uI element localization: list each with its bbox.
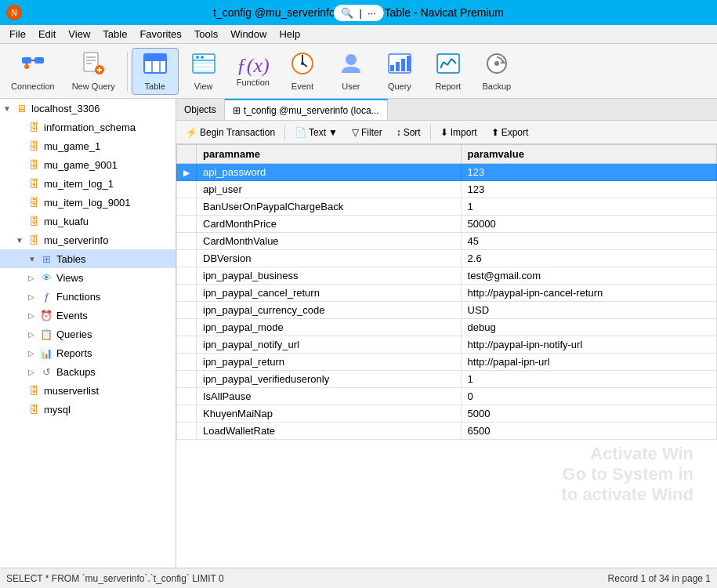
sidebar-item-localhost[interactable]: ▼ 🖥 localhost_3306 [0,99,176,118]
toolbar-backup[interactable]: Backup [473,48,520,95]
table-row[interactable]: ipn_paypal_notify_urlhttp://paypal-ipn-n… [177,336,717,354]
menu-view[interactable]: View [62,27,96,42]
table-row[interactable]: ipn_paypal_currency_codeUSD [177,302,717,319]
sidebar-item-mu-game-9001[interactable]: 🗄 mu_game_9001 [0,155,176,174]
toolbar: Connection New Query [0,44,717,99]
cell-paramvalue[interactable]: http://paypal-ipn-notify-url [461,336,716,354]
search-box[interactable]: 🔍 | ··· [333,5,384,21]
tab-objects[interactable]: Objects [176,99,225,120]
event-icon [290,51,315,80]
cell-paramvalue[interactable]: 45 [461,233,716,250]
cell-paramvalue[interactable]: 1 [461,198,716,216]
cell-paramname[interactable]: api_password [197,164,462,181]
table-row[interactable]: ipn_paypal_businesstest@gmail.com [177,267,717,285]
sidebar-item-mu-serverinfo[interactable]: ▼ 🗄 mu_serverinfo [0,230,176,249]
menu-edit[interactable]: Edit [32,27,62,42]
import-button[interactable]: ⬇ Import [434,125,483,140]
sidebar-item-tables[interactable]: ▼ ⊞ Tables [0,249,176,268]
toolbar-table[interactable]: Table [132,48,179,95]
cell-paramname[interactable]: ipn_paypal_return [197,354,462,371]
export-button[interactable]: ⬆ Export [485,125,535,140]
sidebar-item-mu-item-log-1[interactable]: 🗄 mu_item_log_1 [0,174,176,193]
menu-file[interactable]: File [3,27,32,42]
sort-button[interactable]: ↕ Sort [390,125,427,140]
cell-paramvalue[interactable]: 1 [461,371,716,388]
cell-paramname[interactable]: CardMonthValue [197,233,462,250]
col-paramvalue[interactable]: paramvalue [461,145,716,164]
begin-transaction-button[interactable]: ⚡ Begin Transaction [179,125,281,140]
cell-paramname[interactable]: ipn_paypal_cancel_return [197,285,462,302]
sidebar-item-reports[interactable]: ▷ 📊 Reports [0,343,176,362]
cell-paramvalue[interactable]: 6500 [461,423,716,440]
table-row[interactable]: CardMonthPrice50000 [177,216,717,233]
cell-paramvalue[interactable]: USD [461,302,716,319]
sidebar-item-events[interactable]: ▷ ⏰ Events [0,306,176,325]
filter-button[interactable]: ▽ Filter [346,125,389,140]
table-row[interactable]: ipn_paypal_modedebug [177,319,717,336]
sidebar-item-mysql[interactable]: 🗄 mysql [0,400,176,419]
cell-paramvalue[interactable]: debug [461,319,716,336]
table-row[interactable]: KhuyenMaiNap5000 [177,405,717,423]
table-row[interactable]: api_user123 [177,181,717,198]
cell-paramname[interactable]: KhuyenMaiNap [197,405,462,423]
table-row[interactable]: ipn_paypal_cancel_returnhttp://paypal-ip… [177,285,717,302]
table-row[interactable]: CardMonthValue45 [177,233,717,250]
cell-paramname[interactable]: CardMonthPrice [197,216,462,233]
cell-paramname[interactable]: ipn_paypal_mode [197,319,462,336]
cell-paramvalue[interactable]: test@gmail.com [461,267,716,285]
table-row[interactable]: ipn_paypal_returnhttp://papal-ipn-url [177,354,717,371]
cell-paramname[interactable]: api_user [197,181,462,198]
menu-tools[interactable]: Tools [188,27,224,42]
cell-paramname[interactable]: ipn_paypal_currency_code [197,302,462,319]
table-row[interactable]: BanUserOnPaypalChargeBack1 [177,198,717,216]
tab-table[interactable]: ⊞ t_config @mu_serverinfo (loca... [225,99,388,120]
toolbar-view[interactable]: View [180,48,227,95]
cell-paramname[interactable]: LoadWalletRate [197,423,462,440]
cell-paramvalue[interactable]: 50000 [461,216,716,233]
sidebar-item-mu-item-log-9001[interactable]: 🗄 mu_item_log_9001 [0,193,176,212]
text-button[interactable]: 📄 Text ▼ [288,125,344,140]
cell-paramname[interactable]: ipn_paypal_business [197,267,462,285]
table-row[interactable]: DBVersion2.6 [177,250,717,267]
sidebar-item-functions[interactable]: ▷ ƒ Functions [0,287,176,306]
cell-paramvalue[interactable]: 123 [461,181,716,198]
cell-paramname[interactable]: BanUserOnPaypalChargeBack [197,198,462,216]
table-row[interactable]: IsAllPause0 [177,388,717,405]
cell-paramvalue[interactable]: http://paypal-ipn-cancel-return [461,285,716,302]
cell-paramname[interactable]: ipn_paypal_notify_url [197,336,462,354]
sidebar-item-mu-kuafu[interactable]: 🗄 mu_kuafu [0,212,176,230]
menu-help[interactable]: Help [273,27,306,42]
table-row[interactable]: ipn_paypal_verifieduseronly1 [177,371,717,388]
cell-paramname[interactable]: IsAllPause [197,388,462,405]
cell-paramvalue[interactable]: 123 [461,164,716,181]
col-paramname[interactable]: paramname [197,145,462,164]
toolbar-new-query[interactable]: New Query [64,48,123,95]
cell-paramvalue[interactable]: 2.6 [461,250,716,267]
cell-paramvalue[interactable]: http://papal-ipn-url [461,354,716,371]
sidebar-item-views[interactable]: ▷ 👁 Views [0,268,176,287]
toolbar-report[interactable]: Report [425,48,472,95]
toolbar-user[interactable]: User [328,48,375,95]
toolbar-query-label: Query [388,82,411,91]
row-arrow-cell [177,302,197,319]
menu-favorites[interactable]: Favorites [133,27,187,42]
table-row[interactable]: LoadWalletRate6500 [177,423,717,440]
sidebar-item-mu-game-1[interactable]: 🗄 mu_game_1 [0,136,176,155]
toolbar-query[interactable]: Query [376,48,423,95]
cell-paramvalue[interactable]: 5000 [461,405,716,423]
cell-paramname[interactable]: DBVersion [197,250,462,267]
arrow-icon: ▷ [28,349,39,358]
cell-paramvalue[interactable]: 0 [461,388,716,405]
cell-paramname[interactable]: ipn_paypal_verifieduseronly [197,371,462,388]
sidebar-item-muserverlist[interactable]: 🗄 muserverlist [0,381,176,400]
menu-window[interactable]: Window [224,27,273,42]
sidebar-item-information-schema[interactable]: 🗄 information_schema [0,118,176,136]
toolbar-event[interactable]: Event [279,48,326,95]
table-row[interactable]: ▶api_password123 [177,164,717,181]
menu-table[interactable]: Table [96,27,133,42]
toolbar-connection[interactable]: Connection [3,48,63,95]
sidebar-item-queries[interactable]: ▷ 📋 Queries [0,325,176,343]
sidebar-item-backups[interactable]: ▷ ↺ Backups [0,362,176,381]
svg-rect-30 [390,65,394,71]
toolbar-function[interactable]: ƒ(x) Function [229,48,277,95]
